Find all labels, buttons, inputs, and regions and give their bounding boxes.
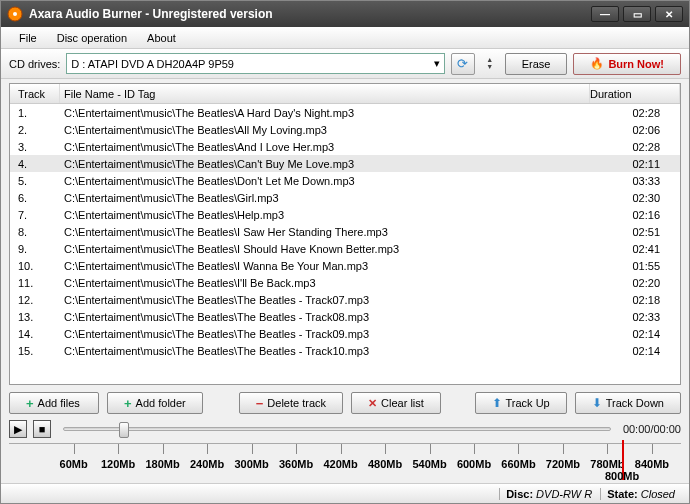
add-folder-button[interactable]: +Add folder bbox=[107, 392, 203, 414]
arrow-up-icon: ⬆ bbox=[492, 396, 502, 410]
table-row[interactable]: 7.C:\Entertaiment\music\The Beatles\Help… bbox=[10, 206, 680, 223]
cell-duration: 02:14 bbox=[590, 328, 680, 340]
cell-file: C:\Entertaiment\music\The Beatles\I Shou… bbox=[60, 243, 590, 255]
ruler-tick bbox=[385, 444, 386, 454]
cell-duration: 02:28 bbox=[590, 141, 680, 153]
cell-file: C:\Entertaiment\music\The Beatles\I Wann… bbox=[60, 260, 590, 272]
play-button[interactable]: ▶ bbox=[9, 420, 27, 438]
column-track[interactable]: Track bbox=[10, 84, 60, 103]
ruler-label: 240Mb bbox=[190, 458, 224, 470]
playback-bar: ▶ ■ 00:00/00:00 bbox=[1, 417, 689, 441]
table-row[interactable]: 13.C:\Entertaiment\music\The Beatles\The… bbox=[10, 308, 680, 325]
stop-icon: ■ bbox=[39, 423, 46, 435]
refresh-icon: ⟳ bbox=[457, 56, 468, 71]
erase-button[interactable]: Erase bbox=[505, 53, 568, 75]
menubar: File Disc operation About bbox=[1, 27, 689, 49]
add-files-button[interactable]: +Add files bbox=[9, 392, 99, 414]
ruler-label: 840Mb bbox=[635, 458, 669, 470]
table-row[interactable]: 14.C:\Entertaiment\music\The Beatles\The… bbox=[10, 325, 680, 342]
track-down-button[interactable]: ⬇Track Down bbox=[575, 392, 681, 414]
ruler-label: 60Mb bbox=[60, 458, 88, 470]
eject-toggle[interactable]: ▲▼ bbox=[481, 53, 499, 75]
close-button[interactable]: ✕ bbox=[655, 6, 683, 22]
action-row: +Add files +Add folder −Delete track ✕Cl… bbox=[1, 389, 689, 417]
ruler-tick bbox=[118, 444, 119, 454]
table-row[interactable]: 12.C:\Entertaiment\music\The Beatles\The… bbox=[10, 291, 680, 308]
ruler-tick bbox=[563, 444, 564, 454]
cell-duration: 02:11 bbox=[590, 158, 680, 170]
minimize-button[interactable]: — bbox=[591, 6, 619, 22]
window-title: Axara Audio Burner - Unregistered versio… bbox=[29, 7, 591, 21]
ruler-label: 300Mb bbox=[234, 458, 268, 470]
table-row[interactable]: 9.C:\Entertaiment\music\The Beatles\I Sh… bbox=[10, 240, 680, 257]
ruler-tick bbox=[207, 444, 208, 454]
maximize-button[interactable]: ▭ bbox=[623, 6, 651, 22]
ruler-label: 360Mb bbox=[279, 458, 313, 470]
cell-file: C:\Entertaiment\music\The Beatles\Can't … bbox=[60, 158, 590, 170]
cell-file: C:\Entertaiment\music\The Beatles\A Hard… bbox=[60, 107, 590, 119]
plus-icon: + bbox=[124, 396, 132, 411]
clear-list-button[interactable]: ✕Clear list bbox=[351, 392, 441, 414]
cell-track: 1. bbox=[10, 107, 60, 119]
seek-slider[interactable] bbox=[63, 427, 611, 431]
cell-file: C:\Entertaiment\music\The Beatles\The Be… bbox=[60, 311, 590, 323]
cell-track: 7. bbox=[10, 209, 60, 221]
delete-track-button[interactable]: −Delete track bbox=[239, 392, 343, 414]
cell-duration: 01:55 bbox=[590, 260, 680, 272]
column-file[interactable]: File Name - ID Tag bbox=[60, 84, 590, 103]
flame-icon: 🔥 bbox=[590, 57, 604, 70]
table-row[interactable]: 3.C:\Entertaiment\music\The Beatles\And … bbox=[10, 138, 680, 155]
play-icon: ▶ bbox=[14, 423, 22, 436]
table-row[interactable]: 1.C:\Entertaiment\music\The Beatles\A Ha… bbox=[10, 104, 680, 121]
cell-file: C:\Entertaiment\music\The Beatles\Don't … bbox=[60, 175, 590, 187]
menu-disc-operation[interactable]: Disc operation bbox=[47, 29, 137, 47]
cell-file: C:\Entertaiment\music\The Beatles\The Be… bbox=[60, 328, 590, 340]
table-row[interactable]: 5.C:\Entertaiment\music\The Beatles\Don'… bbox=[10, 172, 680, 189]
app-icon bbox=[7, 6, 23, 22]
ruler-label: 720Mb bbox=[546, 458, 580, 470]
cell-duration: 02:41 bbox=[590, 243, 680, 255]
drive-select[interactable]: D : ATAPI DVD A DH20A4P 9P59 ▾ bbox=[66, 53, 444, 74]
ruler-tick bbox=[607, 444, 608, 454]
burn-now-button[interactable]: 🔥Burn Now! bbox=[573, 53, 681, 75]
status-disc: Disc: DVD-RW R bbox=[499, 488, 598, 500]
toolbar: CD drives: D : ATAPI DVD A DH20A4P 9P59 … bbox=[1, 49, 689, 79]
cell-track: 11. bbox=[10, 277, 60, 289]
cell-file: C:\Entertaiment\music\The Beatles\Girl.m… bbox=[60, 192, 590, 204]
capacity-label: 800Mb bbox=[605, 470, 639, 482]
ruler-tick bbox=[252, 444, 253, 454]
track-list-body[interactable]: 1.C:\Entertaiment\music\The Beatles\A Ha… bbox=[10, 104, 680, 384]
track-up-button[interactable]: ⬆Track Up bbox=[475, 392, 567, 414]
menu-file[interactable]: File bbox=[9, 29, 47, 47]
cell-file: C:\Entertaiment\music\The Beatles\Help.m… bbox=[60, 209, 590, 221]
minus-icon: − bbox=[256, 396, 264, 411]
ruler-label: 120Mb bbox=[101, 458, 135, 470]
slider-thumb[interactable] bbox=[119, 422, 129, 438]
table-row[interactable]: 11.C:\Entertaiment\music\The Beatles\I'l… bbox=[10, 274, 680, 291]
cell-duration: 02:14 bbox=[590, 345, 680, 357]
ruler-label: 420Mb bbox=[323, 458, 357, 470]
menu-about[interactable]: About bbox=[137, 29, 186, 47]
cell-track: 6. bbox=[10, 192, 60, 204]
cell-track: 5. bbox=[10, 175, 60, 187]
table-row[interactable]: 6.C:\Entertaiment\music\The Beatles\Girl… bbox=[10, 189, 680, 206]
stop-button[interactable]: ■ bbox=[33, 420, 51, 438]
track-list: Track File Name - ID Tag Duration 1.C:\E… bbox=[9, 83, 681, 385]
cell-track: 15. bbox=[10, 345, 60, 357]
track-list-header: Track File Name - ID Tag Duration bbox=[10, 84, 680, 104]
table-row[interactable]: 4.C:\Entertaiment\music\The Beatles\Can'… bbox=[10, 155, 680, 172]
column-duration[interactable]: Duration bbox=[590, 84, 680, 103]
cell-duration: 03:33 bbox=[590, 175, 680, 187]
svg-point-1 bbox=[13, 12, 17, 16]
table-row[interactable]: 10.C:\Entertaiment\music\The Beatles\I W… bbox=[10, 257, 680, 274]
cell-duration: 02:30 bbox=[590, 192, 680, 204]
cell-duration: 02:20 bbox=[590, 277, 680, 289]
table-row[interactable]: 8.C:\Entertaiment\music\The Beatles\I Sa… bbox=[10, 223, 680, 240]
table-row[interactable]: 2.C:\Entertaiment\music\The Beatles\All … bbox=[10, 121, 680, 138]
refresh-button[interactable]: ⟳ bbox=[451, 53, 475, 75]
cell-track: 10. bbox=[10, 260, 60, 272]
table-row[interactable]: 15.C:\Entertaiment\music\The Beatles\The… bbox=[10, 342, 680, 359]
chevron-down-icon: ▾ bbox=[434, 57, 440, 70]
cd-drives-label: CD drives: bbox=[9, 58, 60, 70]
plus-icon: + bbox=[26, 396, 34, 411]
